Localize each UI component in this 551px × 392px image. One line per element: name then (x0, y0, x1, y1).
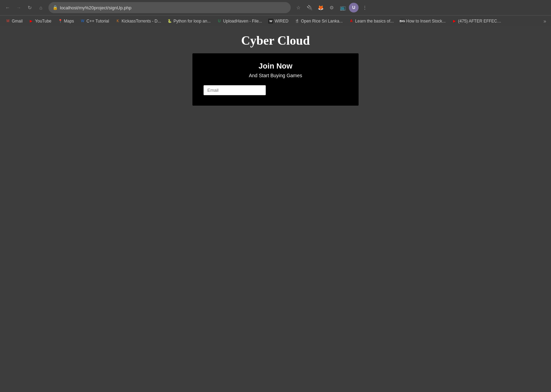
card-subheading: And Start Buying Games (204, 73, 347, 78)
back-button[interactable]: ← (3, 3, 12, 12)
bookmark-maps-label: Maps (64, 19, 74, 24)
toolbar-right: ☆ 🔌 🦊 ⚙ 📺 U ⋮ (293, 3, 370, 12)
bookmark-maps[interactable]: 📍 Maps (55, 18, 77, 25)
bookmark-wired[interactable]: W WIRED (265, 18, 291, 25)
bookmarks-more-button[interactable]: » (541, 18, 548, 25)
bookmark-cpp-label: C++ Tutorial (87, 19, 109, 24)
youtube-favicon: ▶ (29, 19, 34, 24)
email-input[interactable] (204, 85, 266, 95)
bookmark-adobe-label: Learn the basics of... (355, 19, 394, 24)
bookmark-upload-label: UploadHaven - File... (223, 19, 262, 24)
python-favicon: 🐍 (167, 19, 172, 24)
bookmarks-bar: M Gmail ▶ YouTube 📍 Maps W C++ Tutorial … (0, 15, 551, 26)
cast-button[interactable]: 📺 (338, 3, 347, 12)
openrice-favicon: 🍴 (295, 19, 299, 24)
gmail-favicon: M (6, 19, 10, 24)
bookmark-bigstock-label: How to Insert Stock... (406, 19, 446, 24)
nav-buttons: ← → ↻ ⌂ (3, 3, 46, 12)
bookmark-aftereffects[interactable]: ▶ (475) AFTER EFFECT... (449, 18, 505, 25)
wired-favicon: W (268, 19, 273, 24)
bookmark-youtube[interactable]: ▶ YouTube (26, 18, 54, 25)
bookmark-uploadhaven[interactable]: U UploadHaven - File... (214, 18, 265, 25)
bookmark-python[interactable]: 🐍 Python for loop an... (164, 18, 213, 25)
bookmark-star-button[interactable]: ☆ (293, 3, 303, 12)
card-heading: Join Now (204, 62, 347, 71)
extensions-button[interactable]: 🔌 (305, 3, 314, 12)
bigstock-favicon: BIG (400, 19, 405, 24)
refresh-button[interactable]: ↻ (25, 3, 35, 12)
bookmark-cpptutorial[interactable]: W C++ Tutorial (78, 18, 112, 25)
kickass-favicon: K (115, 19, 120, 24)
browser-chrome: ← → ↻ ⌂ 🔒 ☆ 🔌 🦊 ⚙ 📺 U ⋮ M Gmail ▶ You (0, 0, 551, 26)
address-bar-container: 🔒 (48, 2, 291, 13)
bookmark-adobe[interactable]: A Learn the basics of... (346, 18, 396, 25)
settings-button[interactable]: ⚙ (327, 3, 336, 12)
bookmark-gmail-label: Gmail (12, 19, 22, 24)
address-bar[interactable] (60, 5, 287, 10)
forward-button[interactable]: → (14, 3, 24, 12)
bookmark-youtube-label: YouTube (35, 19, 51, 24)
bookmark-wired-label: WIRED (274, 19, 288, 24)
cpp-favicon: W (80, 19, 85, 24)
aftereffects-favicon: ▶ (452, 19, 457, 24)
bookmark-gmail[interactable]: M Gmail (3, 18, 25, 25)
adobe-favicon: A (349, 19, 354, 24)
bookmark-openrice[interactable]: 🍴 Open Rice Sri Lanka... (292, 18, 345, 25)
menu-button[interactable]: ⋮ (360, 3, 370, 12)
home-button[interactable]: ⌂ (36, 3, 46, 12)
upload-favicon: U (217, 19, 222, 24)
bookmark-bigstock[interactable]: BIG How to Insert Stock... (397, 18, 449, 25)
maps-favicon: 📍 (58, 19, 63, 24)
bookmark-openrice-label: Open Rice Sri Lanka... (301, 19, 343, 24)
bookmark-aftereffects-label: (475) AFTER EFFECT... (458, 19, 502, 24)
bookmark-kickass-label: KickassTorrents - D... (121, 19, 161, 24)
user-avatar-button[interactable]: U (349, 3, 359, 12)
browser-toolbar: ← → ↻ ⌂ 🔒 ☆ 🔌 🦊 ⚙ 📺 U ⋮ (0, 0, 551, 15)
security-icon: 🔒 (53, 5, 58, 10)
bookmark-python-label: Python for loop an... (173, 19, 210, 24)
bookmark-kickass[interactable]: K KickassTorrents - D... (112, 18, 164, 25)
signup-card: Join Now And Start Buying Games (192, 53, 359, 106)
page-title: Cyber Cloud (0, 33, 551, 48)
fox-icon-button[interactable]: 🦊 (316, 3, 325, 12)
page-content: Cyber Cloud Join Now And Start Buying Ga… (0, 26, 551, 392)
